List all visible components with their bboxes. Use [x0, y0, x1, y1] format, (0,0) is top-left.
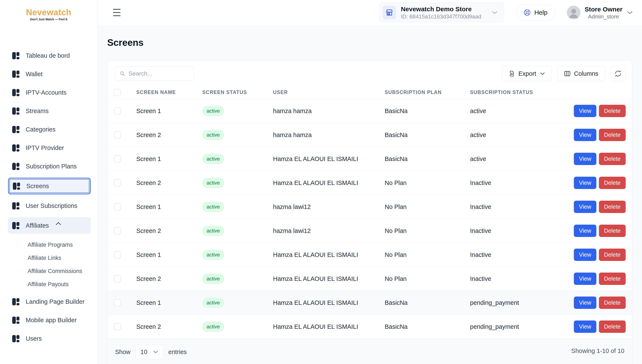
delete-button[interactable]: Delete	[599, 248, 626, 261]
subscription-status-cell: Inactive	[470, 228, 573, 234]
screen-status-badge: active	[202, 322, 224, 332]
table-row[interactable]: Screen 2 active Hamza EL ALAOUI EL ISMAI…	[107, 171, 632, 195]
screens-table-card: Export Columns	[107, 60, 632, 364]
view-button[interactable]: View	[574, 153, 596, 165]
sidebar-item-screens[interactable]: Screens	[8, 178, 91, 194]
user-menu[interactable]: Store Owner Admin_store	[567, 5, 633, 20]
help-label: Help	[534, 9, 547, 16]
lifebuoy-icon	[523, 9, 531, 16]
screen-status-badge: active	[202, 178, 224, 188]
delete-button[interactable]: Delete	[599, 296, 626, 309]
delete-button[interactable]: Delete	[599, 177, 626, 189]
export-label: Export	[518, 70, 536, 77]
sidebar-item-label: Wallet	[26, 71, 43, 78]
view-button[interactable]: View	[574, 105, 596, 117]
sidebar-item-wallet[interactable]: Wallet	[8, 67, 91, 81]
export-button[interactable]: Export	[502, 66, 552, 81]
columns-button[interactable]: Columns	[557, 66, 605, 81]
table-row[interactable]: Screen 2 active hamza hamza BasicNa acti…	[107, 123, 632, 147]
delete-button[interactable]: Delete	[599, 225, 626, 237]
sidebar-subitem-affiliate-payouts[interactable]: Affiliate Payouts	[0, 278, 97, 291]
view-button[interactable]: View	[574, 320, 596, 333]
store-switcher[interactable]: Nevewatch Demo Store ID: 68415a1c163d347…	[379, 3, 504, 22]
sidebar-item-label: Categories	[26, 126, 55, 133]
table-row[interactable]: Screen 1 active Hamza EL ALAOUI EL ISMAI…	[107, 243, 632, 267]
row-checkbox[interactable]	[114, 323, 121, 330]
refresh-button[interactable]	[610, 66, 626, 81]
refresh-icon	[615, 70, 621, 77]
table-row[interactable]: Screen 2 active Hamza EL ALAOUI EL ISMAI…	[107, 267, 632, 291]
page-size-select[interactable]: 10	[135, 344, 164, 359]
sidebar-item-label: Streams	[26, 108, 49, 114]
chevron-down-icon	[491, 10, 498, 14]
row-checkbox[interactable]	[114, 299, 121, 306]
row-checkbox[interactable]	[114, 155, 121, 162]
user-cell: Hamza EL ALAOUI EL ISMAILI	[273, 251, 385, 258]
screen-name-cell: Screen 1	[136, 299, 202, 306]
dashboard-grid-icon	[12, 298, 20, 306]
row-checkbox[interactable]	[114, 179, 121, 186]
view-button[interactable]: View	[574, 201, 596, 213]
search-input[interactable]	[128, 70, 190, 77]
subscription-status-cell: Inactive	[470, 204, 573, 210]
page-title: Screens	[107, 37, 632, 48]
screen-name-cell: Screen 2	[136, 275, 202, 282]
row-checkbox[interactable]	[114, 203, 121, 210]
subscription-plan-cell: No Plan	[385, 180, 470, 186]
subscription-plan-cell: BasicNa	[385, 156, 470, 162]
sidebar-item-label: Mobile app Builder	[26, 317, 77, 324]
delete-button[interactable]: Delete	[599, 153, 626, 165]
sidebar-subitem-affiliate-commissions[interactable]: Affiliate Commissions	[0, 264, 97, 278]
view-button[interactable]: View	[574, 177, 596, 189]
row-checkbox[interactable]	[114, 107, 121, 114]
sidebar-item-tableau-de-bord[interactable]: Tableau de bord	[8, 48, 91, 62]
sidebar-item-affiliates[interactable]: Affiliates	[8, 217, 91, 234]
sidebar-item-categories[interactable]: Categories	[8, 122, 91, 136]
dashboard-grid-icon	[12, 52, 20, 60]
delete-button[interactable]: Delete	[599, 105, 626, 117]
store-name: Nevewatch Demo Store	[401, 5, 481, 13]
sidebar-item-iptv-accounts[interactable]: IPTV-Accounts	[8, 86, 91, 100]
sidebar-item-label: Users	[26, 335, 42, 342]
row-checkbox[interactable]	[114, 227, 121, 234]
delete-button[interactable]: Delete	[599, 129, 626, 141]
view-button[interactable]: View	[574, 225, 596, 237]
subscription-status-cell: active	[470, 108, 573, 114]
view-button[interactable]: View	[574, 272, 596, 285]
sidebar-item-subscription-plans[interactable]: Subscription Plans	[8, 159, 91, 173]
subscription-plan-cell: No Plan	[385, 275, 470, 282]
col-header-screen-name: SCREEN NAME	[136, 90, 202, 95]
sidebar-item-user-subscriptions[interactable]: User Subscriptions	[8, 199, 91, 213]
help-button[interactable]: Help	[516, 4, 555, 20]
sidebar-subitem-affiliate-programs[interactable]: Affiliate Programs	[0, 238, 97, 251]
table-row[interactable]: Screen 1 active Hamza EL ALAOUI EL ISMAI…	[107, 147, 632, 171]
view-button[interactable]: View	[574, 129, 596, 141]
table-row[interactable]: Screen 1 active hazma lawi12 No Plan Ina…	[107, 195, 632, 219]
table-row[interactable]: Screen 2 active hazma lawi12 No Plan Ina…	[107, 219, 632, 243]
table-row[interactable]: Screen 1 active hamza hamza BasicNa acti…	[107, 99, 632, 123]
hamburger-menu-button[interactable]	[113, 9, 121, 16]
subscription-status-cell: pending_payment	[470, 299, 573, 306]
dashboard-grid-icon	[12, 202, 20, 210]
table-row[interactable]: Screen 2 active Hamza EL ALAOUI EL ISMAI…	[107, 315, 632, 339]
delete-button[interactable]: Delete	[599, 320, 626, 333]
chevron-up-icon	[55, 222, 62, 226]
chevron-down-icon	[540, 72, 545, 75]
delete-button[interactable]: Delete	[599, 272, 626, 285]
sidebar-item-landing-page-builder[interactable]: Landing Page Builder	[8, 295, 91, 309]
chevron-down-icon	[627, 10, 633, 14]
view-button[interactable]: View	[574, 296, 596, 309]
sidebar-item-streams[interactable]: Streams	[8, 104, 91, 118]
sidebar-subitem-affiliate-links[interactable]: Affiliate Links	[0, 251, 97, 264]
col-header-screen-status: SCREEN STATUS	[202, 90, 273, 95]
sidebar-item-mobile-app-builder[interactable]: Mobile app Builder	[8, 313, 91, 327]
row-checkbox[interactable]	[114, 275, 121, 282]
select-all-checkbox[interactable]	[114, 89, 121, 96]
sidebar-item-users[interactable]: Users	[8, 332, 91, 346]
delete-button[interactable]: Delete	[599, 201, 626, 213]
view-button[interactable]: View	[574, 248, 596, 261]
table-row[interactable]: Screen 1 active Hamza EL ALAOUI EL ISMAI…	[107, 291, 632, 315]
row-checkbox[interactable]	[114, 131, 121, 138]
row-checkbox[interactable]	[114, 251, 121, 258]
sidebar-item-iptv-provider[interactable]: IPTV Provider	[8, 141, 91, 155]
